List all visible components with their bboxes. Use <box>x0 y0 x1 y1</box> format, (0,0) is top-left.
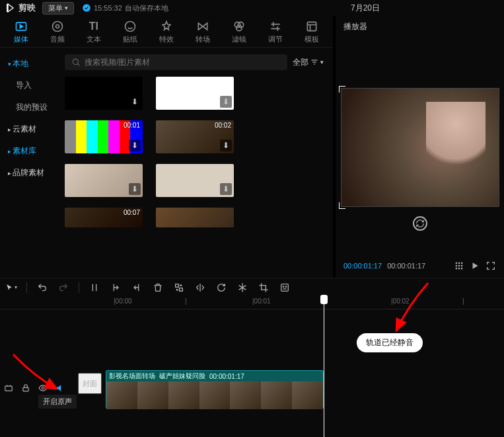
svg-point-22 <box>283 286 283 287</box>
corner-handle-icon[interactable] <box>339 202 345 209</box>
sticker-icon <box>124 20 137 33</box>
svg-point-23 <box>285 286 286 287</box>
fullscreen-icon[interactable] <box>486 260 496 271</box>
search-input[interactable] <box>65 54 287 70</box>
media-thumb[interactable]: ⬇ <box>65 77 143 110</box>
chevron-right-icon: ▸ <box>8 170 11 177</box>
trim-left-icon[interactable] <box>110 282 122 294</box>
download-icon[interactable]: ⬇ <box>220 183 232 195</box>
svg-point-0 <box>83 4 90 12</box>
track-main-icon[interactable] <box>4 383 15 394</box>
thumbnail-grid: ⬇ ⬇ 00:01⬇ 00:02⬇ ⬇ ⬇ 00:07 <box>61 74 333 278</box>
player-frame <box>341 88 499 207</box>
media-panel: 媒体 音频 TI文本 贴纸 特效 转场 滤镜 调节 模板 ▾本地 导入 我的预设… <box>0 16 333 278</box>
sidebar-item-preset[interactable]: 我的预设 <box>0 97 61 118</box>
sidebar-item-local[interactable]: ▾本地 <box>0 53 61 75</box>
svg-rect-21 <box>281 284 289 291</box>
sidebar-item-brand[interactable]: ▸品牌素材 <box>0 162 61 184</box>
sidebar-item-cloud[interactable]: ▸云素材 <box>0 118 61 140</box>
tab-text[interactable]: TI文本 <box>75 16 112 47</box>
cover-button[interactable]: 封面 <box>78 373 102 394</box>
play-icon[interactable] <box>470 260 480 271</box>
clip-subtitle: 破产姐妹疑问脸 <box>159 372 205 381</box>
svg-rect-10 <box>456 262 457 264</box>
corner-handle-icon[interactable] <box>339 86 345 93</box>
tab-transition[interactable]: 转场 <box>185 16 221 47</box>
loop-icon[interactable] <box>413 216 427 231</box>
svg-rect-14 <box>458 265 460 266</box>
all-filter-button[interactable]: 全部 ▾ <box>293 57 324 68</box>
media-thumb[interactable]: ⬇ <box>156 77 234 110</box>
sidebar-item-library[interactable]: ▸素材库 <box>0 140 61 162</box>
svg-rect-19 <box>176 284 179 287</box>
svg-rect-25 <box>23 387 28 391</box>
pointer-icon[interactable]: ▾ <box>5 282 17 294</box>
svg-point-2 <box>52 22 62 32</box>
svg-rect-8 <box>308 22 316 30</box>
template-icon <box>305 20 318 33</box>
check-circle-icon <box>82 3 91 13</box>
tab-media[interactable]: 媒体 <box>3 16 39 47</box>
chevron-right-icon: ▸ <box>8 148 11 155</box>
duration-timecode: 00:00:01:17 <box>387 262 425 270</box>
redo-icon[interactable] <box>57 282 69 294</box>
tab-filter[interactable]: 滤镜 <box>221 16 258 47</box>
svg-point-3 <box>55 25 59 28</box>
split-icon[interactable] <box>89 282 100 294</box>
crop-icon[interactable] <box>258 282 270 294</box>
timeline-toolbar: ▾ <box>0 278 504 296</box>
player-viewport[interactable] <box>336 38 504 257</box>
tab-adjust[interactable]: 调节 <box>258 16 294 47</box>
media-thumb[interactable]: 00:01⬇ <box>65 120 143 153</box>
playhead[interactable] <box>324 296 324 437</box>
svg-rect-11 <box>458 262 460 264</box>
mirror-icon[interactable] <box>194 282 206 294</box>
media-thumb[interactable] <box>156 208 234 227</box>
media-thumb[interactable]: ⬇ <box>156 164 234 197</box>
undo-icon[interactable] <box>36 282 48 294</box>
tab-strip: 媒体 音频 TI文本 贴纸 特效 转场 滤镜 调节 模板 <box>0 16 333 48</box>
reorder-icon[interactable] <box>173 282 185 294</box>
download-icon[interactable]: ⬇ <box>129 139 141 151</box>
eye-icon[interactable] <box>38 383 49 394</box>
transition-icon <box>196 20 209 33</box>
timeline[interactable]: |00:00 | |00:01 | |00:02 | 影视名场面转场 破产姐妹疑… <box>0 296 504 437</box>
project-date: 7月20日 <box>351 3 380 14</box>
tab-fx[interactable]: 特效 <box>148 16 184 47</box>
grid-icon[interactable] <box>454 260 464 271</box>
download-icon[interactable]: ⬇ <box>129 96 141 108</box>
app-name: 剪映 <box>18 2 36 14</box>
svg-point-7 <box>236 25 242 30</box>
trim-right-icon[interactable] <box>131 282 143 294</box>
delete-icon[interactable] <box>152 282 164 294</box>
tab-template[interactable]: 模板 <box>294 16 330 47</box>
svg-rect-12 <box>461 262 462 264</box>
ai-icon[interactable] <box>279 282 291 294</box>
sidebar-item-import[interactable]: 导入 <box>0 75 61 97</box>
rotate-icon[interactable] <box>215 282 227 294</box>
svg-rect-13 <box>456 265 457 266</box>
video-clip[interactable]: 影视名场面转场 破产姐妹疑问脸 00:00:01:17 <box>106 370 324 409</box>
media-thumb[interactable]: ⬇ <box>65 164 143 197</box>
speaker-icon[interactable] <box>55 383 66 394</box>
download-icon[interactable]: ⬇ <box>220 96 232 108</box>
media-icon <box>15 20 28 33</box>
download-icon[interactable]: ⬇ <box>220 139 232 151</box>
lock-icon[interactable] <box>21 383 32 394</box>
download-icon[interactable]: ⬇ <box>129 183 141 195</box>
text-icon: TI <box>87 20 100 33</box>
clip-duration: 00:00:01:17 <box>209 373 244 380</box>
fx-icon <box>160 20 173 33</box>
tab-audio[interactable]: 音频 <box>39 16 75 47</box>
svg-rect-15 <box>461 265 462 266</box>
tab-sticker[interactable]: 贴纸 <box>112 16 148 47</box>
freeze-icon[interactable] <box>236 282 248 294</box>
timeline-ruler[interactable]: |00:00 | |00:01 | |00:02 | <box>0 296 504 309</box>
media-thumb[interactable]: 00:07 <box>65 208 143 227</box>
audio-icon <box>51 20 64 33</box>
svg-rect-20 <box>180 288 183 291</box>
media-thumb[interactable]: 00:02⬇ <box>156 120 234 153</box>
current-timecode: 00:00:01:17 <box>343 262 382 270</box>
svg-point-9 <box>73 59 78 64</box>
menu-button[interactable]: 菜单 ▾ <box>42 2 74 15</box>
